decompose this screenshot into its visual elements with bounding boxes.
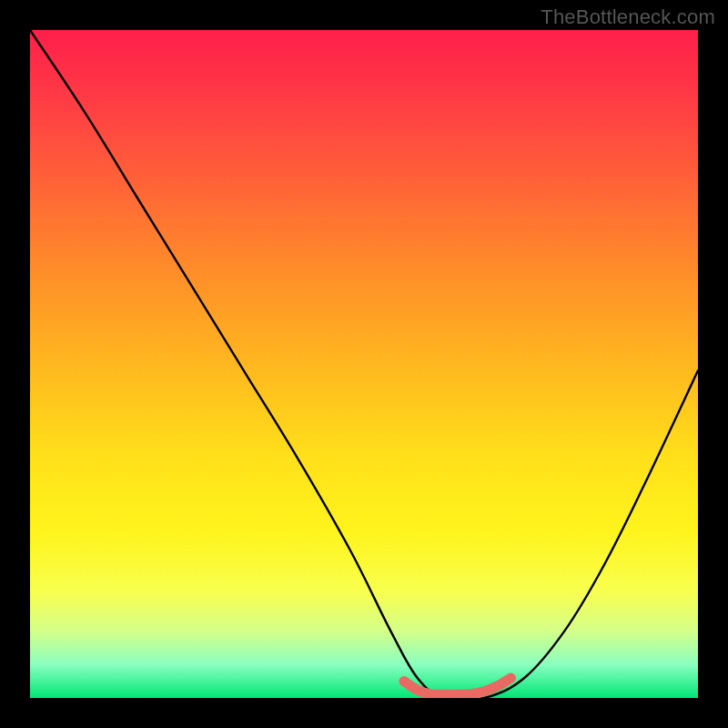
chart-frame: TheBottleneck.com [0,0,728,728]
watermark-text: TheBottleneck.com [541,5,715,29]
bottleneck-curve-path [30,30,698,698]
plot-area [30,30,698,698]
curve-layer [30,30,698,698]
